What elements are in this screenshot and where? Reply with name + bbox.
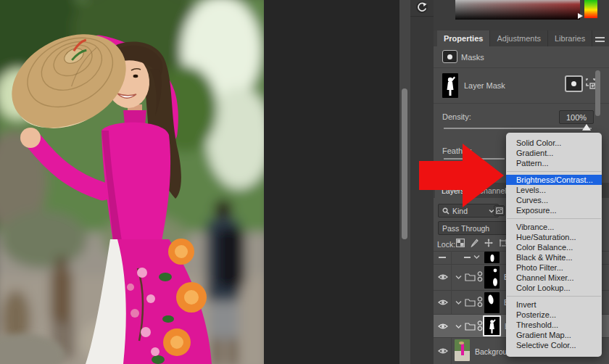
- menu-item-brightness-contrast[interactable]: Brightness/Contrast...: [506, 175, 602, 185]
- density-slider-thumb[interactable]: [582, 124, 591, 131]
- mask-thumbnail[interactable]: [484, 292, 500, 313]
- chevron-down-icon[interactable]: [473, 255, 480, 260]
- density-slider-track[interactable]: [444, 128, 592, 129]
- mask-silhouette: [442, 73, 458, 98]
- photoshop-window: Properties Adjustments Libraries Masks L…: [0, 0, 609, 364]
- menu-item-curves[interactable]: Curves...: [506, 195, 602, 205]
- chevron-down-icon[interactable]: [455, 300, 462, 305]
- menu-item-hue-saturation[interactable]: Hue/Saturation...: [506, 232, 602, 242]
- clip-link-icon: [477, 270, 483, 283]
- checkerboard-icon: [456, 239, 465, 247]
- mask-thumbnail[interactable]: [484, 266, 500, 289]
- panel-menu-icon[interactable]: [595, 37, 605, 43]
- eye-icon[interactable]: [438, 347, 448, 355]
- properties-scrollbar-thumb[interactable]: [595, 70, 600, 116]
- menu-item-posterize[interactable]: Posterize...: [506, 310, 602, 320]
- menu-item-vibrance[interactable]: Vibrance...: [506, 222, 602, 232]
- history-panel-button[interactable]: [415, 1, 428, 14]
- mask-silhouette: [484, 317, 500, 335]
- history-icon: [415, 1, 428, 14]
- tab-libraries[interactable]: Libraries: [548, 30, 592, 46]
- hue-slider-pointer-icon[interactable]: [578, 13, 583, 19]
- panel-tab-bar: Properties Adjustments Libraries: [434, 30, 609, 46]
- masks-icon: [442, 50, 457, 63]
- eye-icon[interactable]: [438, 299, 448, 306]
- menu-item-gradient-map[interactable]: Gradient Map...: [506, 330, 602, 340]
- menu-item-invert[interactable]: Invert: [506, 299, 602, 310]
- chevron-down-icon[interactable]: [455, 324, 462, 329]
- lock-label: Lock:: [437, 240, 455, 249]
- blend-mode-value: Pass Through: [442, 224, 489, 233]
- brush-icon: [470, 239, 478, 247]
- lock-image-button[interactable]: [470, 239, 478, 247]
- menu-item-pattern[interactable]: Pattern...: [506, 158, 602, 168]
- menu-separator: [507, 218, 601, 219]
- color-saturation-field[interactable]: [455, 0, 580, 20]
- folder-icon: [465, 298, 476, 307]
- canvas-empty-area: [264, 0, 399, 364]
- menu-item-photo-filter[interactable]: Photo Filter...: [506, 262, 602, 273]
- density-label: Density:: [442, 112, 471, 121]
- select-mask-button[interactable]: [565, 75, 583, 92]
- layer-mask-label: Layer Mask: [464, 81, 505, 90]
- menu-item-color-lookup[interactable]: Color Lookup...: [506, 283, 602, 293]
- annotation-arrow: [406, 138, 515, 218]
- clip-link-icon: [477, 296, 483, 308]
- folder-icon: [465, 322, 476, 331]
- density-value-field[interactable]: 100%: [559, 110, 594, 124]
- eye-icon[interactable]: [438, 323, 448, 330]
- eye-icon[interactable]: [438, 273, 448, 281]
- menu-item-color-balance[interactable]: Color Balance...: [506, 242, 602, 252]
- layer-mask-thumbnail[interactable]: [442, 73, 458, 98]
- blend-mode-select[interactable]: Pass Through: [438, 221, 510, 235]
- collapse-dash: [464, 257, 471, 258]
- adjustment-layer-menu: Solid Color... Gradient... Pattern... Br…: [506, 133, 602, 357]
- clip-link-icon: [477, 320, 483, 332]
- menu-item-selective-color[interactable]: Selective Color...: [506, 340, 602, 350]
- menu-item-levels[interactable]: Levels...: [506, 185, 602, 195]
- menu-separator: [507, 296, 601, 297]
- background-thumbnail[interactable]: [455, 339, 470, 361]
- menu-item-threshold[interactable]: Threshold...: [506, 320, 602, 330]
- menu-item-solid-color[interactable]: Solid Color...: [506, 138, 602, 148]
- menu-item-channel-mixer[interactable]: Channel Mixer...: [506, 273, 602, 283]
- tab-adjustments[interactable]: Adjustments: [490, 30, 548, 46]
- menu-separator: [507, 171, 601, 172]
- visibility-off-dash[interactable]: [439, 257, 446, 258]
- photo-canvas-image: [0, 0, 264, 364]
- menu-item-black-white[interactable]: Black & White...: [506, 252, 602, 262]
- move-icon: [484, 239, 493, 247]
- tab-properties[interactable]: Properties: [437, 30, 490, 46]
- hue-slider[interactable]: [584, 0, 597, 18]
- masks-panel-title: Masks: [461, 53, 484, 62]
- menu-item-exposure[interactable]: Exposure...: [506, 205, 602, 215]
- lock-position-button[interactable]: [484, 239, 493, 247]
- lock-transparency-button[interactable]: [456, 239, 465, 247]
- folder-icon: [465, 273, 476, 281]
- menu-item-gradient[interactable]: Gradient...: [506, 148, 602, 158]
- chevron-down-icon[interactable]: [455, 275, 462, 280]
- mask-thumbnail[interactable]: [484, 252, 500, 263]
- selected-mask-thumbnail[interactable]: [483, 315, 501, 336]
